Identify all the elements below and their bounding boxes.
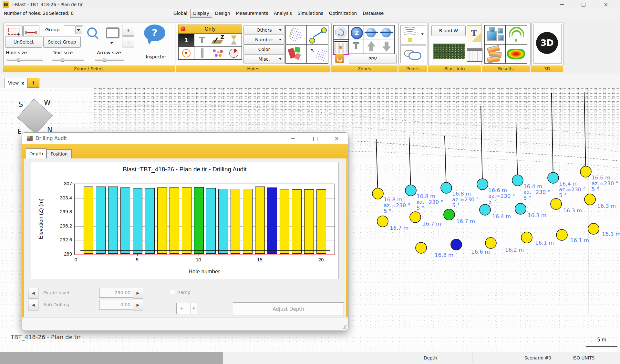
menu-display[interactable]: Display bbox=[190, 9, 212, 18]
grade-level-increase-button[interactable]: ▶ bbox=[133, 288, 143, 298]
menu-database[interactable]: DataBase bbox=[360, 9, 387, 18]
zone-signal-icon[interactable] bbox=[333, 25, 349, 40]
results-fragmentation-icon[interactable] bbox=[484, 44, 506, 64]
results-blocks-icon[interactable] bbox=[484, 25, 506, 45]
menu-simulations[interactable]: Simulations bbox=[295, 9, 326, 18]
menu-design[interactable]: Design bbox=[212, 9, 233, 18]
menu-measurements[interactable]: Measurements bbox=[233, 9, 271, 18]
hole-fragmentation-icon[interactable] bbox=[210, 46, 226, 60]
hole-marker-7[interactable] bbox=[580, 166, 591, 177]
hole-marker-5[interactable] bbox=[512, 175, 523, 186]
grade-level-input[interactable]: 290.00 bbox=[99, 288, 133, 298]
report-document-icon[interactable]: T bbox=[467, 25, 481, 42]
pointcloud-strip-icon[interactable] bbox=[285, 25, 307, 45]
hole-marker-2[interactable] bbox=[405, 185, 416, 196]
hole-column-icon[interactable] bbox=[194, 46, 210, 60]
zone-down-arrow-icon[interactable] bbox=[379, 39, 395, 54]
group-dropdown-arrow[interactable] bbox=[75, 26, 82, 34]
zone-table-icon[interactable] bbox=[333, 39, 349, 55]
tab-view[interactable]: Viewx bbox=[5, 78, 30, 88]
zoom-button[interactable] bbox=[85, 26, 102, 46]
tab-add-button[interactable]: + bbox=[27, 78, 39, 88]
hole-marker-10[interactable] bbox=[444, 209, 455, 220]
slider-thumb[interactable] bbox=[103, 58, 106, 62]
holes-misc-button[interactable]: Misc. bbox=[243, 54, 285, 64]
inspector-button[interactable]: ? bbox=[143, 24, 167, 48]
hole-marker-12[interactable] bbox=[515, 203, 526, 214]
menu-analysis[interactable]: Analysis bbox=[271, 9, 295, 18]
hole-elevation-icon[interactable]: Z bbox=[210, 34, 226, 47]
fit-extent-dropdown[interactable] bbox=[103, 40, 120, 47]
points-clouds-button[interactable] bbox=[400, 45, 426, 63]
minimize-button[interactable] bbox=[553, 0, 571, 9]
select-group-button[interactable]: Select Group bbox=[43, 36, 81, 48]
unselect-button[interactable]: UnSelect bbox=[5, 36, 42, 48]
tab-position[interactable]: Position bbox=[46, 149, 72, 159]
hole-marker-18[interactable] bbox=[521, 232, 532, 243]
text-size-slider[interactable] bbox=[52, 59, 84, 61]
table-grid-icon[interactable] bbox=[467, 48, 482, 62]
sub-drilling-input[interactable]: 0.00 bbox=[99, 300, 133, 309]
hole-marker-11[interactable] bbox=[480, 204, 491, 215]
zone-z-refresh-icon[interactable]: Z bbox=[348, 25, 364, 40]
dialog-maximize-button[interactable] bbox=[308, 134, 322, 143]
results-heatmap-icon[interactable] bbox=[505, 44, 527, 64]
hole-link-arrow-icon[interactable] bbox=[306, 25, 328, 45]
hole-marker-14[interactable] bbox=[584, 194, 595, 205]
menu-global[interactable]: Global bbox=[170, 9, 190, 18]
arrow-size-slider[interactable] bbox=[95, 59, 124, 61]
drilling-audit-dialog[interactable]: Drilling Audit × Depth Position Blast :T… bbox=[22, 132, 348, 330]
holes-number-button[interactable]: Number bbox=[243, 35, 285, 45]
menu-optimization[interactable]: Optimization bbox=[326, 9, 360, 18]
resize-grip[interactable] bbox=[343, 325, 346, 329]
close-button[interactable]: × bbox=[597, 0, 615, 9]
hole-marker-9[interactable] bbox=[410, 212, 421, 223]
hole-timing-icon[interactable] bbox=[226, 46, 242, 60]
ramp-checkbox[interactable] bbox=[170, 290, 175, 295]
holes-color-button[interactable]: Color bbox=[243, 45, 285, 54]
size-plus-button[interactable]: + bbox=[122, 25, 134, 36]
holes-only-toggle[interactable]: Only bbox=[178, 25, 242, 34]
hole-marker-19[interactable] bbox=[556, 229, 567, 240]
tab-depth[interactable]: Depth bbox=[26, 148, 46, 159]
hole-marker-6[interactable] bbox=[548, 172, 559, 183]
hole-marker-8[interactable] bbox=[377, 216, 388, 227]
size-minus-button[interactable]: - bbox=[122, 36, 134, 47]
group-dropdown[interactable] bbox=[64, 25, 83, 35]
hole-size-slider[interactable] bbox=[6, 59, 43, 61]
hole-marker-15[interactable] bbox=[416, 242, 427, 253]
b-and-w-button[interactable]: B and W bbox=[431, 25, 466, 36]
grade-level-decrease-button[interactable]: ◀ bbox=[28, 288, 38, 298]
zone-text-icon[interactable]: T bbox=[348, 39, 364, 54]
aerial-map-thumbnail[interactable] bbox=[433, 44, 465, 59]
hole-hourglass-icon[interactable] bbox=[226, 34, 242, 47]
zone-rotate-right-icon[interactable] bbox=[364, 25, 379, 40]
hole-marker-20[interactable] bbox=[588, 223, 599, 234]
slider-thumb[interactable] bbox=[61, 58, 64, 62]
hole-text-icon[interactable]: T bbox=[194, 34, 210, 47]
dialog-minimize-button[interactable] bbox=[286, 134, 300, 143]
points-contour-button[interactable] bbox=[400, 25, 426, 45]
maximize-button[interactable] bbox=[574, 0, 592, 9]
hole-marker-13[interactable] bbox=[551, 198, 562, 209]
hole-target-icon[interactable] bbox=[178, 46, 194, 60]
hole-marker-3[interactable] bbox=[441, 182, 452, 193]
hole-marker-17[interactable] bbox=[485, 238, 496, 248]
zone-ppv-rss-icon[interactable] bbox=[333, 54, 347, 64]
dialog-close-button[interactable]: × bbox=[330, 134, 344, 143]
fit-extent-button[interactable] bbox=[103, 25, 120, 39]
sign-combobox[interactable]: + ▼ bbox=[176, 303, 197, 314]
dialog-title-bar[interactable]: Drilling Audit × bbox=[22, 133, 348, 144]
hole-marker-1[interactable] bbox=[372, 188, 383, 199]
tab-close-icon[interactable]: x bbox=[21, 81, 24, 86]
results-vibration-icon[interactable] bbox=[505, 25, 527, 45]
hole-number-display-icon[interactable]: 1 bbox=[178, 34, 194, 47]
3d-view-button[interactable]: 3D bbox=[536, 32, 558, 54]
zone-rotate-left-icon[interactable] bbox=[379, 25, 395, 40]
hole-marker-16[interactable] bbox=[451, 239, 462, 250]
zone-up-arrow-icon[interactable] bbox=[364, 39, 379, 54]
zones-colored-icon[interactable] bbox=[285, 44, 307, 64]
sub-drilling-increase-button[interactable]: ▶ bbox=[133, 300, 143, 310]
select-pointcloud-icon[interactable]: ↖ bbox=[306, 44, 328, 64]
adjust-depth-button[interactable]: Adjust Depth bbox=[233, 302, 344, 316]
